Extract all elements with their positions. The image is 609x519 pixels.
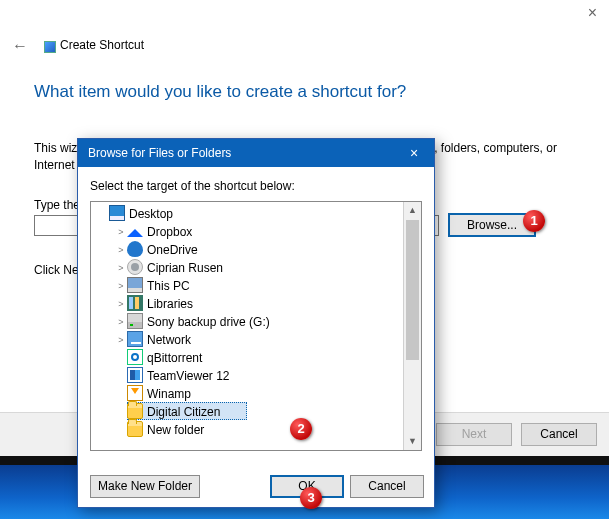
dialog-titlebar: Browse for Files or Folders × — [78, 139, 434, 167]
close-icon[interactable]: × — [588, 4, 597, 22]
tree-node-label: Sony backup drive (G:) — [147, 315, 270, 329]
desktop-icon — [109, 205, 125, 221]
tree-node-label: Libraries — [147, 297, 193, 311]
tree-node[interactable]: >Dropbox — [91, 222, 404, 240]
folder-tree: Desktop>Dropbox>OneDrive>Ciprian Rusen>T… — [90, 201, 422, 451]
tree-node-label: Dropbox — [147, 225, 192, 239]
expand-icon[interactable]: > — [115, 223, 127, 241]
tree-node[interactable]: Desktop — [91, 204, 404, 222]
tv-icon — [127, 367, 143, 383]
winamp-icon — [127, 385, 143, 401]
tree-node-label: Desktop — [129, 207, 173, 221]
tree-node-label: TeamViewer 12 — [147, 369, 230, 383]
dialog-footer: Make New Folder OK Cancel — [78, 467, 434, 507]
tree-node[interactable]: >Libraries — [91, 294, 404, 312]
dialog-cancel-button[interactable]: Cancel — [350, 475, 424, 498]
next-button: Next — [436, 423, 512, 446]
scroll-down-icon[interactable]: ▼ — [404, 433, 421, 450]
tree-node-label: This PC — [147, 279, 190, 293]
expand-icon[interactable]: > — [115, 259, 127, 277]
callout-3: 3 — [300, 487, 322, 509]
tree-node[interactable]: >Ciprian Rusen — [91, 258, 404, 276]
wizard-title: Create Shortcut — [60, 38, 144, 52]
tree-node[interactable]: Digital Citizen — [91, 402, 404, 420]
make-new-folder-button[interactable]: Make New Folder — [90, 475, 200, 498]
wizard-heading: What item would you like to create a sho… — [34, 82, 406, 102]
tree-node[interactable]: >This PC — [91, 276, 404, 294]
back-arrow-icon[interactable]: ← — [12, 38, 28, 54]
scroll-thumb[interactable] — [406, 220, 419, 360]
folder-icon — [127, 421, 143, 437]
scroll-up-icon[interactable]: ▲ — [404, 202, 421, 219]
tree-node-label: Winamp — [147, 387, 191, 401]
network-icon — [127, 331, 143, 347]
expand-icon[interactable]: > — [115, 295, 127, 313]
folder-tree-list[interactable]: Desktop>Dropbox>OneDrive>Ciprian Rusen>T… — [91, 202, 404, 450]
tree-node-label: Ciprian Rusen — [147, 261, 223, 275]
thispc-icon — [127, 277, 143, 293]
dialog-instruction: Select the target of the shortcut below: — [78, 167, 434, 201]
tree-node[interactable]: Winamp — [91, 384, 404, 402]
shortcut-icon — [44, 41, 56, 53]
dialog-close-icon[interactable]: × — [394, 139, 434, 167]
drive-icon — [127, 313, 143, 329]
qb-icon — [127, 349, 143, 365]
user-icon — [127, 259, 143, 275]
tree-node[interactable]: >Network — [91, 330, 404, 348]
browse-dialog: Browse for Files or Folders × Select the… — [77, 138, 435, 508]
tree-node-label: OneDrive — [147, 243, 198, 257]
dropbox-icon — [127, 229, 143, 237]
expand-icon[interactable]: > — [115, 241, 127, 259]
expand-icon[interactable]: > — [115, 277, 127, 295]
scrollbar[interactable]: ▲ ▼ — [403, 202, 421, 450]
tree-node-label: Network — [147, 333, 191, 347]
tree-node[interactable]: >OneDrive — [91, 240, 404, 258]
libs-icon — [127, 295, 143, 311]
tree-node-label: qBittorrent — [147, 351, 202, 365]
expand-icon[interactable]: > — [115, 331, 127, 349]
cancel-button[interactable]: Cancel — [521, 423, 597, 446]
folder-icon — [127, 403, 143, 419]
onedrive-icon — [127, 241, 143, 257]
callout-2: 2 — [290, 418, 312, 440]
tree-node[interactable]: >Sony backup drive (G:) — [91, 312, 404, 330]
tree-node[interactable]: qBittorrent — [91, 348, 404, 366]
tree-node[interactable]: New folder — [91, 420, 404, 438]
callout-1: 1 — [523, 210, 545, 232]
expand-icon[interactable]: > — [115, 313, 127, 331]
tree-node-label: Digital Citizen — [147, 405, 220, 419]
tree-node-label: New folder — [147, 423, 204, 437]
tree-node[interactable]: TeamViewer 12 — [91, 366, 404, 384]
dialog-title: Browse for Files or Folders — [88, 146, 231, 160]
